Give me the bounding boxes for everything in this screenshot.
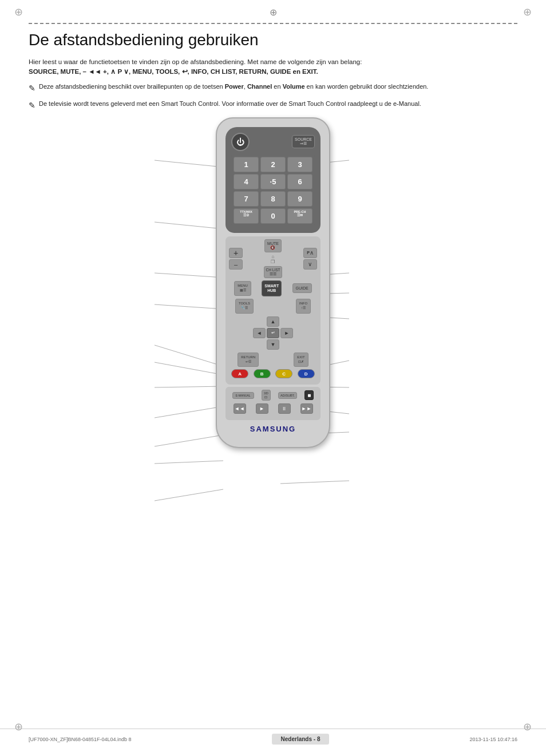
yellow-button[interactable]: C — [275, 369, 292, 378]
num-4-button[interactable]: 4 — [234, 174, 259, 189]
note-icon-2: ✎ — [29, 100, 35, 112]
exit-button[interactable]: EXIT⊡✗ — [294, 353, 308, 367]
source-button[interactable]: SOURCE⇒☰ — [292, 135, 315, 148]
ttx-mix-button[interactable]: TTX/MIX☰② — [234, 208, 259, 224]
svg-line-0 — [155, 160, 223, 167]
power-button[interactable]: ⏻ — [231, 133, 250, 151]
num-5-button[interactable]: ·5 — [260, 174, 286, 189]
svg-line-6 — [155, 386, 223, 387]
intro-bold: SOURCE, MUTE, – ◄◄ +, ∧ P ∨, MENU, TOOLS… — [29, 68, 318, 75]
svg-line-3 — [155, 304, 223, 309]
svg-line-8 — [155, 435, 223, 446]
corner-mark-bl: ⊕ — [14, 721, 23, 733]
corner-mark-tl: ⊕ — [14, 6, 23, 18]
play-button[interactable]: ► — [256, 403, 268, 414]
num-1-button[interactable]: 1 — [234, 157, 259, 172]
volume-down-button[interactable]: – — [229, 259, 243, 270]
num-6-button[interactable]: 6 — [287, 174, 312, 189]
note-2: ✎ De televisie wordt tevens geleverd met… — [29, 99, 517, 112]
number-pad: 1 2 3 4 ·5 6 7 8 9 TTX/MIX☰② 0 PRE-CH☰✉ — [231, 155, 315, 226]
channel-up-button[interactable]: P ∧ — [303, 248, 317, 258]
num-9-button[interactable]: 9 — [287, 191, 312, 207]
footer-page: Nederlands - 8 — [272, 734, 330, 745]
volume-controls: + – — [229, 248, 243, 270]
page-container: ⊕ ⊕ ⊕ De afstandsbediening gebruiken Hie… — [0, 0, 546, 756]
num-2-button[interactable]: 2 — [260, 157, 286, 172]
fastforward-button[interactable]: ►► — [300, 403, 313, 414]
power-source-row: ⏻ SOURCE⇒☰ — [231, 133, 315, 151]
red-button[interactable]: A — [231, 369, 248, 378]
svg-line-10 — [155, 489, 223, 501]
svg-line-19 — [280, 481, 349, 484]
diagram-section: Hiermee wordt de televisie in- en uitges… — [29, 117, 517, 598]
note-2-text: De televisie wordt tevens geleverd met e… — [39, 99, 421, 109]
smart-hub-button[interactable]: SMARTHUB — [262, 280, 282, 297]
return-button[interactable]: RETURN↩☰ — [238, 353, 259, 367]
remote-control: ⏻ SOURCE⇒☰ 1 2 3 4 ·5 6 7 8 9 TTX/ — [216, 117, 330, 449]
svg-line-9 — [155, 461, 223, 464]
dpad-right-button[interactable]: ► — [280, 328, 293, 338]
section-divider — [29, 23, 517, 24]
return-exit-row: RETURN↩☰ EXIT⊡✗ — [229, 353, 317, 367]
top-cross: ⊕ — [270, 7, 277, 18]
green-button[interactable]: B — [254, 369, 271, 378]
tools-row: TOOLS🔧☰ INFO↑☰ — [229, 299, 317, 314]
emanual-button[interactable]: E-MANUAL — [232, 392, 254, 399]
note-icon-1: ✎ — [29, 82, 35, 94]
channel-down-button[interactable]: ∨ — [303, 259, 317, 270]
adsubt-button[interactable]: AD/SUBT. — [278, 392, 297, 399]
threed-button[interactable]: 3D⊡ — [262, 390, 271, 401]
prech-button[interactable]: PRE-CH☰✉ — [287, 208, 312, 224]
num-0-button[interactable]: 0 — [260, 208, 286, 224]
page-title: De afstandsbediening gebruiken — [29, 31, 517, 49]
footer: [UF7000-XN_ZF]BN68-04851F-04L04.indb 8 N… — [0, 729, 546, 745]
num-8-button[interactable]: 8 — [260, 191, 286, 207]
blue-button[interactable]: D — [298, 369, 315, 378]
volume-up-button[interactable]: + — [229, 248, 243, 258]
chlist-button[interactable]: CH LIST☰☰ — [264, 266, 283, 278]
svg-line-5 — [155, 362, 223, 375]
dpad-enter-button[interactable]: ↵ — [267, 328, 279, 338]
channel-controls: P ∧ ∨ — [303, 248, 317, 270]
svg-line-1 — [155, 222, 223, 229]
intro-text: Hier leest u waar de functietoetsen te v… — [29, 58, 362, 65]
samsung-logo: SAMSUNG — [225, 422, 321, 436]
note-1-text: Deze afstandsbediening beschikt over bra… — [39, 82, 428, 92]
corner-mark-tr: ⊕ — [523, 6, 532, 18]
svg-line-7 — [155, 406, 223, 418]
tools-button[interactable]: TOOLS🔧☰ — [235, 299, 254, 314]
footer-file: [UF7000-XN_ZF]BN68-04851F-04L04.indb 8 — [29, 737, 132, 742]
remote-body: ⏻ SOURCE⇒☰ 1 2 3 4 ·5 6 7 8 9 TTX/ — [216, 117, 330, 449]
bottom-buttons-row: E-MANUAL 3D⊡ AD/SUBT. ■ — [228, 390, 318, 401]
rewind-button[interactable]: ◄◄ — [234, 403, 246, 414]
num-7-button[interactable]: 7 — [234, 191, 259, 207]
note-1: ✎ Deze afstandsbediening beschikt over b… — [29, 82, 517, 94]
dpad: ▲ ◄ ↵ ► ▼ — [229, 316, 317, 350]
svg-line-4 — [155, 345, 223, 366]
dpad-down-button[interactable]: ▼ — [267, 339, 279, 350]
svg-line-2 — [155, 273, 223, 278]
mute-button[interactable]: MUTE🔇 — [264, 239, 282, 252]
dpad-up-button[interactable]: ▲ — [267, 316, 279, 327]
guide-button[interactable]: GUIDE — [292, 283, 312, 293]
intro-paragraph: Hier leest u waar de functietoetsen te v… — [29, 57, 517, 77]
playback-row: ◄◄ ► II ►► — [228, 403, 318, 414]
dpad-left-button[interactable]: ◄ — [253, 328, 266, 338]
color-buttons-row: A B C D — [229, 369, 317, 378]
remote-top-section: ⏻ SOURCE⇒☰ 1 2 3 4 ·5 6 7 8 9 TTX/ — [225, 127, 321, 233]
remote-mid-section: + – MUTE🔇 ⌂❐ CH LIST☰☰ P — [225, 236, 321, 385]
num-3-button[interactable]: 3 — [287, 157, 312, 172]
hub-row: MENU▦☰ SMARTHUB GUIDE — [229, 280, 317, 297]
stop-button[interactable]: ■ — [304, 390, 314, 400]
footer-date: 2013-11-15 10:47:16 — [469, 737, 517, 742]
info-button[interactable]: INFO↑☰ — [296, 299, 311, 314]
pause-button[interactable]: II — [278, 403, 291, 414]
menu-button[interactable]: MENU▦☰ — [234, 281, 251, 296]
corner-mark-br: ⊕ — [523, 721, 532, 733]
